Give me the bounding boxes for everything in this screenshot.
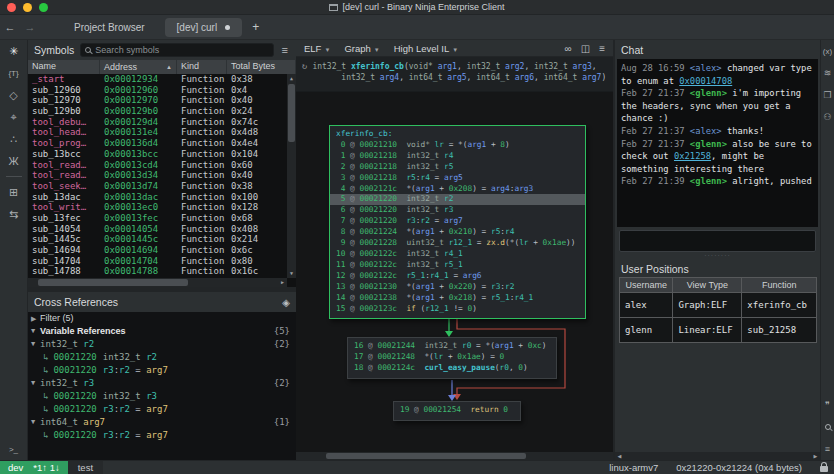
graph-block-pause[interactable]: 16 @ 00021244 int32_t r0 = *(arg1 + 0xc)… [347, 337, 557, 379]
symbols-icon[interactable]: ✳ [3, 41, 25, 61]
il-line[interactable]: 13 @ 00021230 *(arg1 + 0x220) = r3:r2 [336, 282, 579, 293]
link-icon[interactable]: ∞ [565, 43, 572, 54]
graph-canvas[interactable]: xferinfo_cb:0 @ 00021210 void* lr = *(ar… [296, 92, 613, 452]
table-row[interactable]: tool_read…0x00013d34Function0x40 [28, 170, 287, 181]
xref-group-row[interactable]: ▼int64_t arg7{1} [31, 416, 296, 429]
il-level-dropdown[interactable]: High Level IL▼ [394, 43, 458, 54]
address-link[interactable]: 0x21258 [674, 151, 711, 161]
table-row[interactable]: sub_129600x00012960Function0x4 [28, 85, 287, 96]
xref-item[interactable]: ↳00021220r3:r2 = arg7 [31, 364, 296, 377]
address-link[interactable]: 0x00014708 [679, 76, 732, 86]
table-row[interactable]: _start0x00012934Function0x38 [28, 74, 287, 85]
console-icon[interactable]: >_ [3, 439, 25, 459]
table-row[interactable]: sub_129b00x000129b0Function0x24 [28, 106, 287, 117]
column-header-total-bytes[interactable]: Total Bytes [227, 60, 296, 74]
il-line[interactable]: 17 @ 00021248 *(lr + 0x1ae) = 0 [354, 352, 550, 363]
variables-icon[interactable]: (x) [821, 41, 834, 61]
table-row[interactable]: sub_147880x00014788Function0x16c [28, 266, 287, 277]
tab-project-browser[interactable]: Project Browser [62, 18, 157, 37]
log-icon[interactable]: ≡ [821, 439, 834, 459]
call-graph-icon[interactable]: ∴ [3, 129, 25, 149]
snapshot-tag[interactable]: test [68, 461, 103, 474]
il-line[interactable]: 1 @ 00021218 int32_t r4 [336, 151, 579, 162]
table-row[interactable]: tool_head…0x000131e4Function0x4d8 [28, 127, 287, 138]
il-line[interactable]: 4 @ 0002121c *(arg1 + 0x208) = arg4:arg3 [336, 184, 579, 195]
table-row[interactable]: sub_13bcc0x00013bccFunction0x104 [28, 149, 287, 160]
column-header-name[interactable]: Name [28, 60, 100, 74]
symbols-menu-icon[interactable]: ≡ [280, 44, 290, 56]
tab-dev-curl[interactable]: [dev] curl [165, 18, 243, 37]
pin-icon[interactable]: ◈ [282, 297, 290, 308]
symbols-search[interactable] [80, 43, 273, 57]
strings-icon[interactable]: ❞ [821, 395, 834, 415]
stack-view-icon[interactable]: ≋ [821, 63, 834, 83]
il-line[interactable]: 10 @ 0002122c int32_t r4_1 [336, 249, 579, 260]
scroll-left-icon[interactable]: ◀ [615, 452, 624, 460]
column-header-kind[interactable]: Kind [177, 60, 227, 74]
lock-icon[interactable] [820, 466, 828, 472]
tab-dirty-dot[interactable] [225, 25, 230, 30]
up-column-view-type[interactable]: View Type [673, 278, 742, 293]
il-line[interactable]: 2 @ 00021218 int32_t r5 [336, 162, 579, 173]
il-line[interactable]: 15 @ 0002123c if (r12_1 != 0) [336, 304, 579, 315]
il-line[interactable]: 16 @ 00021244 int32_t r0 = *(arg1 + 0xc) [354, 341, 550, 352]
right-horizontal-scrollbar[interactable]: ◀ ▶ [615, 452, 820, 460]
scroll-down-icon[interactable]: ▼ [287, 269, 296, 278]
mini-graph-icon[interactable]: ⊞ [3, 182, 25, 202]
duplicate-view-icon[interactable]: ❐ [821, 85, 834, 105]
il-line[interactable]: 14 @ 00021238 *(arg1 + 0x218) = r5_1:r4_… [336, 293, 579, 304]
symbols-horizontal-scrollbar[interactable]: ▶ [28, 278, 287, 287]
reanalyze-icon[interactable]: ↻ [302, 61, 307, 91]
scroll-right-icon[interactable]: ▶ [278, 278, 287, 287]
user-position-row[interactable]: alexGraph:ELFxferinfo_cb [620, 293, 817, 318]
table-row[interactable]: sub_146940x00014694Function0x6c [28, 245, 287, 256]
table-row[interactable]: tool_read…0x00013cd4Function0x60 [28, 160, 287, 171]
search-input[interactable] [95, 45, 268, 55]
il-line[interactable]: 8 @ 00021224 *(arg1 + 0x210) = r5:r4 [336, 227, 579, 238]
il-line[interactable]: 12 @ 0002122c r5_1:r4_1 = arg6 [336, 271, 579, 282]
xref-group-row[interactable]: ▼int32_t r3{2} [31, 377, 296, 390]
memory-map-icon[interactable]: ⌖ [3, 107, 25, 127]
scroll-up-icon[interactable]: ▲ [287, 74, 296, 83]
debugger-icon[interactable]: Ж [3, 151, 25, 171]
il-line[interactable]: 7 @ 00021220 r3:r2 = arg7 [336, 216, 579, 227]
il-line[interactable]: 11 @ 0002122c int32_t r5_1 [336, 260, 579, 271]
find-icon[interactable] [821, 417, 834, 437]
graph-horizontal-scrollbar[interactable] [296, 452, 613, 460]
user-position-row[interactable]: glennLinear:ELFsub_21258 [620, 318, 817, 343]
il-line[interactable]: 5 @ 00021220 int32_t r2 [330, 194, 585, 205]
table-row[interactable]: sub_13fec0x00013fecFunction0x68 [28, 213, 287, 224]
up-column-function[interactable]: Function [742, 278, 817, 293]
xref-item[interactable]: ↳00021220int32_t r2 [31, 351, 296, 364]
collaboration-users-icon[interactable]: ⚇ [821, 107, 834, 127]
il-line[interactable]: 3 @ 00021218 r5:r4 = arg5 [336, 173, 579, 184]
table-row[interactable]: tool_debu…0x000129d4Function0x74c [28, 117, 287, 128]
il-line[interactable]: 0 @ 00021210 void* lr = *(arg1 + 8) [336, 140, 579, 151]
symbols-vertical-scrollbar[interactable]: ▲ ▼ [287, 74, 296, 278]
xref-item[interactable]: ↳00021220r3:r2 = arg7 [31, 429, 296, 442]
chat-input[interactable] [619, 230, 816, 252]
tags-icon[interactable]: ◇ [3, 85, 25, 105]
xref-filter-row[interactable]: ▶Filter (5) [31, 312, 296, 325]
table-row[interactable]: sub_1445c0x0001445cFunction0x214 [28, 234, 287, 245]
table-row[interactable]: tool_writ…0x00013ec0Function0x128 [28, 202, 287, 213]
xref-item[interactable]: ↳00021220r3:r2 = arg7 [31, 403, 296, 416]
back-icon[interactable]: ← [0, 21, 20, 33]
sync-status-icon[interactable]: ⇆ [3, 204, 25, 224]
new-tab-button[interactable]: + [252, 20, 259, 34]
il-line[interactable]: 9 @ 00021228 uint32_t r12_1 = zx.d(*(lr … [336, 238, 579, 249]
table-row[interactable]: sub_140540x00014054Function0x408 [28, 224, 287, 235]
xref-root-row[interactable]: ▼Variable References{5} [31, 325, 296, 338]
il-line[interactable]: 19 @ 00021254 return 0 [400, 405, 514, 416]
il-line[interactable]: 18 @ 0002124c curl_easy_pause(r0, 0) [354, 363, 550, 374]
view-mode-dropdown[interactable]: Graph▼ [344, 43, 379, 54]
view-menu-icon[interactable]: ≡ [599, 43, 605, 54]
xref-group-row[interactable]: ▼int32_t r2{2} [31, 338, 296, 351]
xref-item[interactable]: ↳00021220int32_t r3 [31, 390, 296, 403]
scroll-right-icon[interactable]: ▶ [811, 452, 820, 460]
forward-icon[interactable]: → [20, 21, 40, 33]
table-row[interactable]: tool_seek…0x00013d74Function0x38 [28, 181, 287, 192]
up-column-username[interactable]: Username [620, 278, 673, 293]
table-row[interactable]: tool_prog…0x000136d4Function0x4e4 [28, 138, 287, 149]
table-row[interactable]: sub_147040x00014704Function0x80 [28, 256, 287, 267]
